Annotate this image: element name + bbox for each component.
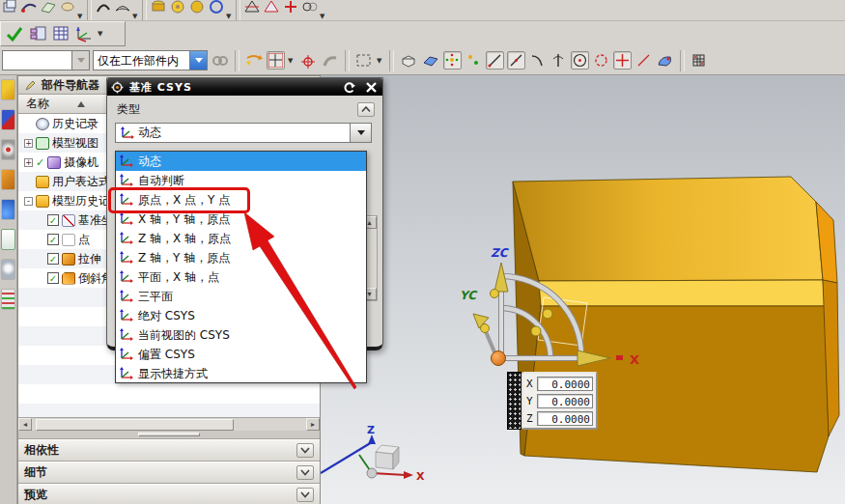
pad-icon[interactable] [187, 0, 207, 20]
solid-body-icon[interactable] [399, 51, 418, 70]
csys-type-option[interactable]: 偏置 CSYS [116, 345, 366, 364]
tree-expander[interactable]: + [24, 139, 33, 148]
collapsible-panel-header[interactable]: 细节 [18, 462, 320, 484]
selection-filter-combo[interactable] [2, 50, 90, 70]
csys-type-option[interactable]: 当前视图的 CSYS [116, 325, 366, 345]
pocket-icon[interactable] [168, 0, 187, 20]
rotation-handle[interactable] [491, 290, 499, 298]
internet-browser-tab[interactable] [1, 199, 15, 220]
part-navigator-tab[interactable] [1, 139, 15, 160]
selection-scope-dropdown[interactable] [189, 50, 208, 70]
chevron-down-icon[interactable] [296, 443, 314, 458]
csys-type-option[interactable]: 三平面 [116, 287, 366, 306]
feature-checkbox[interactable]: ✓ [47, 272, 59, 284]
panel-splitter[interactable] [18, 431, 320, 439]
type-section-header[interactable]: 类型 [117, 98, 375, 120]
history-palette-tab[interactable] [1, 229, 15, 250]
csys-type-option[interactable]: 原点，X 点，Y 点 [116, 190, 366, 210]
chevron-down-icon[interactable] [296, 488, 314, 502]
collapsible-panel-header[interactable]: 预览 [18, 484, 320, 504]
system-scenes-tab[interactable] [1, 259, 15, 280]
point-on-curve-snap-icon[interactable] [634, 51, 653, 70]
graphics-window[interactable]: X ZC YC Z X [321, 75, 845, 504]
rotation-handle[interactable] [531, 326, 541, 336]
pole-snap-icon[interactable] [549, 51, 568, 70]
combobox-dropdown-button[interactable] [350, 123, 372, 143]
collapsible-panel-header[interactable]: 相依性 [18, 439, 320, 462]
panel-drag-grip[interactable] [507, 372, 521, 430]
rectangle-select-icon[interactable] [354, 51, 374, 70]
assembly-navigator-tab[interactable] [1, 79, 15, 100]
csys-type-option[interactable]: Z 轴，X 轴，原点 [116, 229, 366, 248]
part-structure-icon[interactable] [28, 24, 47, 43]
mid-point-snap-icon[interactable] [507, 51, 525, 70]
rotate-point-icon[interactable] [298, 51, 318, 70]
csys-type-option[interactable]: 动态 [116, 152, 366, 171]
swept-icon[interactable] [113, 0, 132, 20]
end-point-snap-icon[interactable] [486, 51, 504, 70]
dialog-reset-button[interactable] [341, 80, 357, 95]
roles-tab[interactable] [1, 289, 15, 310]
toolbar-overflow-arrow[interactable]: ▼ [132, 13, 140, 20]
toolbar-overflow-arrow[interactable]: ▼ [98, 30, 105, 38]
chevron-down-icon[interactable] [296, 465, 314, 480]
scroll-left-button[interactable]: ◂ [18, 418, 32, 431]
toolbar-overflow-arrow[interactable]: ▼ [226, 13, 234, 20]
tree-expander[interactable]: + [24, 158, 33, 167]
intersection-snap-icon[interactable] [613, 51, 632, 70]
emboss-icon[interactable] [207, 0, 226, 20]
reuse-library-tab[interactable] [1, 169, 15, 190]
tree-horizontal-scrollbar[interactable]: ◂ ▸ [18, 417, 320, 431]
selection-scope-combo[interactable]: 仅在工作部件内 [93, 50, 208, 70]
snap-dropdown-arrow[interactable]: ▼ [288, 57, 296, 65]
arc-center-snap-icon[interactable] [571, 51, 589, 70]
two-point-snap-icon[interactable] [465, 51, 483, 70]
constraint-navigator-tab[interactable] [1, 109, 15, 130]
origin-handle[interactable] [492, 351, 506, 366]
sketch-icon[interactable] [19, 0, 39, 20]
rotation-handle[interactable] [543, 309, 552, 319]
finish-sketch-icon[interactable] [5, 24, 24, 43]
scrollbar-thumb[interactable] [36, 419, 234, 431]
reverse-direction-icon[interactable] [244, 51, 264, 70]
trim-icon[interactable] [242, 0, 262, 20]
csys-type-option[interactable]: 绝对 CSYS [116, 306, 366, 325]
feature-icon[interactable] [0, 0, 19, 20]
csys-type-option[interactable]: 显示快捷方式 [116, 364, 366, 383]
snap-point-toggle-icon[interactable] [267, 51, 285, 70]
curve-rule-icon[interactable] [321, 51, 340, 70]
feature-checkbox[interactable]: ✓ [47, 214, 59, 226]
select-dropdown-arrow[interactable]: ▼ [377, 57, 384, 65]
csys-type-option[interactable]: X 轴，Y 轴，原点 [116, 210, 366, 229]
grid-snap-icon[interactable] [690, 51, 709, 70]
move-face-icon[interactable] [281, 0, 300, 20]
dialog-close-button[interactable] [363, 80, 380, 95]
tangent-point-snap-icon[interactable] [528, 51, 547, 70]
spreadsheet-icon[interactable] [51, 24, 70, 43]
feature-checkbox[interactable]: ✓ [47, 253, 59, 265]
quadrant-snap-icon[interactable] [592, 51, 610, 70]
point-cluster-snap-icon[interactable] [443, 51, 462, 70]
tree-expander[interactable]: - [24, 197, 33, 206]
hole-icon[interactable] [58, 0, 77, 20]
rotation-handle[interactable] [481, 324, 490, 333]
coordinate-input[interactable]: 0.0000 [537, 377, 593, 391]
datum-plane-icon[interactable] [39, 0, 58, 20]
csys-type-option[interactable]: Z 轴，Y 轴，原点 [116, 248, 366, 267]
toolbar-overflow-arrow[interactable]: ▼ [77, 13, 85, 20]
boss-icon[interactable] [149, 0, 168, 20]
measure-icon[interactable] [262, 0, 281, 20]
interpart-link-icon[interactable] [211, 51, 230, 70]
dialog-options-gear-icon[interactable] [111, 81, 124, 94]
chevron-up-icon[interactable] [357, 102, 375, 117]
feature-checkbox[interactable]: ✓ [47, 234, 59, 245]
csys-type-option[interactable]: 平面，X 轴，点 [116, 267, 366, 287]
point-on-face-snap-icon[interactable] [656, 51, 675, 70]
datum-csys-toolbar-icon[interactable] [74, 24, 94, 43]
selection-filter-dropdown[interactable] [71, 50, 90, 70]
toolbar-overflow-arrow[interactable]: ▼ [320, 13, 327, 20]
sheet-body-icon[interactable] [421, 51, 440, 70]
coordinate-input[interactable]: 0.0000 [537, 394, 593, 408]
csys-type-option[interactable]: 自动判断 [116, 171, 366, 190]
dialog-titlebar[interactable]: 基准 CSYS [107, 78, 382, 96]
